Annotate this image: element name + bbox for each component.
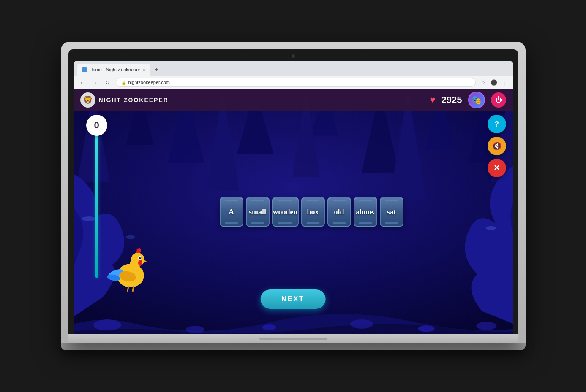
menu-icon[interactable]: ⋮ — [500, 78, 509, 87]
word-text-5: alone. — [356, 208, 375, 216]
svg-point-30 — [139, 257, 141, 259]
word-text-4: old — [334, 208, 344, 216]
address-bar[interactable]: 🔒 nightzookeeper.com — [116, 78, 476, 87]
word-text-1: small — [249, 208, 266, 216]
game-container: 🦁 NIGHT ZOOKEEPER ♥ 2925 🎭 ⏻ ? — [74, 89, 513, 334]
word-tile-6[interactable]: sat — [380, 197, 403, 227]
tab-favicon — [82, 67, 87, 72]
word-tiles-container: A small wooden box old alone. sat — [219, 197, 403, 227]
browser-tab-active[interactable]: Home - Night Zookeeper × — [77, 64, 150, 76]
tab-close-btn[interactable]: × — [143, 68, 145, 72]
svg-point-27 — [131, 253, 144, 266]
browser-toolbar: ← → ↻ 🔒 nightzookeeper.com ☆ ⚫ ⋮ — [74, 76, 513, 89]
score-circle: 0 — [86, 115, 107, 136]
hinge — [259, 338, 327, 340]
svg-point-31 — [140, 257, 141, 258]
svg-line-34 — [133, 286, 134, 292]
word-tile-5[interactable]: alone. — [354, 197, 377, 227]
rooster-svg — [107, 242, 154, 292]
svg-point-13 — [93, 319, 121, 330]
svg-point-15 — [262, 324, 276, 330]
svg-point-14 — [186, 326, 204, 333]
mascot-icon: 🦁 — [80, 92, 95, 108]
word-tile-3[interactable]: box — [301, 197, 325, 227]
nz-logo: 🦁 NIGHT ZOOKEEPER — [80, 92, 169, 108]
screen-bezel: Home - Night Zookeeper × + ← → ↻ 🔒 night… — [68, 49, 518, 334]
word-tile-2[interactable]: wooden — [272, 197, 298, 227]
word-tile-0[interactable]: A — [219, 197, 243, 227]
svg-point-18 — [476, 322, 496, 330]
laptop-bottom-hinge — [68, 334, 518, 343]
svg-line-33 — [128, 286, 128, 292]
word-tile-4[interactable]: old — [327, 197, 351, 227]
svg-point-17 — [418, 325, 434, 332]
user-avatar[interactable]: 🎭 — [468, 92, 485, 108]
word-text-6: sat — [387, 208, 396, 216]
svg-point-28 — [138, 260, 142, 266]
svg-point-21 — [485, 226, 496, 230]
back-button[interactable]: ← — [78, 78, 87, 87]
close-button[interactable]: ✕ — [488, 159, 506, 177]
word-text-2: wooden — [273, 208, 297, 216]
svg-point-16 — [350, 319, 373, 329]
score-value: 2925 — [442, 95, 462, 105]
topbar-right: ♥ 2925 🎭 ⏻ — [430, 92, 506, 108]
svg-point-20 — [125, 235, 135, 239]
laptop-wrapper: Home - Night Zookeeper × + ← → ↻ 🔒 night… — [61, 42, 526, 350]
refresh-button[interactable]: ↻ — [103, 78, 112, 87]
sound-button[interactable]: 🔇 — [488, 137, 506, 155]
fab-container: ? 🔇 ✕ — [488, 115, 506, 177]
word-tile-1[interactable]: small — [245, 197, 269, 227]
power-button[interactable]: ⏻ — [491, 92, 506, 108]
score-bar — [95, 134, 98, 278]
laptop-base — [61, 343, 526, 350]
game-title: NIGHT ZOOKEEPER — [99, 97, 169, 103]
new-tab-button[interactable]: + — [152, 66, 161, 73]
tab-title: Home - Night Zookeeper — [90, 67, 140, 72]
game-topbar: 🦁 NIGHT ZOOKEEPER ♥ 2925 🎭 ⏻ — [74, 89, 513, 111]
svg-marker-32 — [144, 260, 147, 262]
browser-chrome: Home - Night Zookeeper × + ← → ↻ 🔒 night… — [74, 61, 513, 334]
score-number: 0 — [94, 120, 99, 131]
bookmark-icon[interactable]: ☆ — [479, 78, 488, 87]
laptop-screen-frame: Home - Night Zookeeper × + ← → ↻ 🔒 night… — [61, 42, 526, 343]
toolbar-icons: ☆ ⚫ ⋮ — [479, 78, 509, 87]
url-text: nightzookeeper.com — [128, 80, 170, 85]
help-button[interactable]: ? — [488, 115, 506, 133]
lock-icon: 🔒 — [121, 80, 126, 85]
next-button[interactable]: NEXT — [260, 289, 326, 309]
profile-icon[interactable]: ⚫ — [490, 78, 498, 87]
word-text-0: A — [229, 208, 234, 216]
camera-dot — [292, 54, 295, 58]
forward-button[interactable]: → — [90, 78, 100, 87]
heart-icon: ♥ — [430, 95, 435, 105]
rooster-character — [107, 242, 154, 300]
word-text-3: box — [307, 208, 319, 216]
score-indicator: 0 — [86, 115, 107, 278]
browser-tabs: Home - Night Zookeeper × + — [74, 61, 513, 76]
